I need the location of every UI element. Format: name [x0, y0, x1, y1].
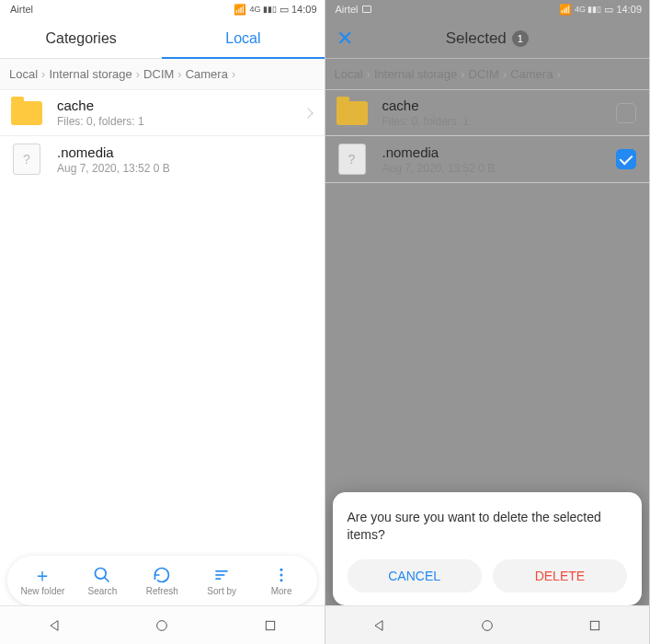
sort-button[interactable]: Sort by [192, 566, 252, 596]
tabs: Categories Local [0, 18, 325, 59]
svg-point-6 [280, 573, 283, 576]
list-item[interactable]: cache Files: 0, folders: 1 [325, 90, 650, 136]
android-navbar [325, 605, 650, 644]
chevron-right-icon: › [556, 67, 560, 81]
recents-icon[interactable] [263, 618, 278, 633]
list-item[interactable]: ? .nomedia Aug 7, 2020, 13:52 0 B [325, 136, 650, 183]
clock: 14:09 [616, 4, 642, 15]
home-icon[interactable] [154, 618, 169, 633]
folder-icon [11, 101, 42, 125]
crumb-camera[interactable]: Camera [186, 67, 228, 81]
refresh-icon [153, 566, 171, 584]
svg-point-9 [157, 620, 167, 630]
svg-marker-11 [375, 620, 382, 630]
checkbox-checked[interactable] [616, 149, 636, 169]
battery-icon: ▭ [279, 4, 289, 16]
chevron-right-icon [302, 108, 313, 118]
item-sub: Files: 0, folders: 1 [382, 115, 617, 128]
file-unknown-icon: ? [13, 144, 40, 175]
chevron-right-icon: › [367, 67, 371, 81]
sim-icon [362, 6, 371, 13]
android-navbar [0, 605, 325, 644]
crumb-local[interactable]: Local [9, 67, 38, 81]
plus-icon: ＋ [33, 566, 51, 584]
list-item[interactable]: cache Files: 0, folders: 1 [0, 90, 325, 136]
search-icon [93, 566, 111, 584]
signal-icon: 4G ▮▮▯ [249, 5, 277, 14]
screen-left: Airtel 📶 4G ▮▮▯ ▭ 14:09 Categories Local… [0, 0, 325, 644]
chevron-right-icon: › [136, 67, 140, 81]
tab-local[interactable]: Local [162, 18, 324, 58]
cancel-button[interactable]: CANCEL [348, 559, 482, 592]
selection-count-badge: 1 [512, 30, 529, 47]
item-name: .nomedia [382, 144, 617, 160]
screen-right: Airtel 📶 4G ▮▮▯ ▭ 14:09 ✕ Selected 1 Loc… [325, 0, 651, 644]
more-button[interactable]: More [252, 566, 312, 596]
svg-marker-8 [51, 620, 58, 630]
back-icon[interactable] [371, 618, 386, 633]
back-icon[interactable] [47, 618, 62, 633]
more-icon [272, 566, 291, 584]
breadcrumb: Local› Internal storage› DCIM› Camera› [0, 59, 325, 90]
item-sub: Aug 7, 2020, 13:52 0 B [57, 162, 312, 175]
svg-point-7 [280, 579, 283, 581]
dialog-message: Are you sure you want to delete the sele… [348, 509, 628, 545]
file-unknown-icon: ? [338, 144, 366, 175]
new-folder-button[interactable]: ＋ New folder [13, 566, 73, 596]
folder-icon [336, 101, 368, 125]
status-bar: Airtel 📶 4G ▮▮▯ ▭ 14:09 [325, 0, 650, 18]
crumb-internal[interactable]: Internal storage [49, 67, 131, 81]
selection-title: Selected [446, 29, 507, 48]
svg-point-12 [482, 620, 492, 630]
svg-line-1 [105, 577, 109, 581]
item-sub: Aug 7, 2020, 13:52 0 B [382, 162, 617, 175]
bottom-toolbar: ＋ New folder Search Refresh Sort by More [7, 556, 317, 605]
close-selection-button[interactable]: ✕ [336, 27, 359, 51]
home-icon[interactable] [480, 618, 495, 633]
crumb-dcim[interactable]: DCIM [469, 67, 499, 81]
list-item[interactable]: ? .nomedia Aug 7, 2020, 13:52 0 B [0, 136, 325, 182]
battery-icon: ▭ [604, 4, 613, 16]
sort-icon [212, 566, 231, 584]
crumb-local[interactable]: Local [335, 67, 363, 81]
chevron-right-icon: › [41, 67, 45, 81]
selection-header: ✕ Selected 1 [325, 18, 650, 59]
confirm-dialog: Are you sure you want to delete the sele… [333, 492, 643, 605]
svg-rect-13 [591, 621, 599, 629]
wifi-icon: 📶 [234, 4, 246, 16]
wifi-icon: 📶 [559, 4, 572, 16]
chevron-right-icon: › [177, 67, 181, 81]
clock: 14:09 [291, 4, 317, 15]
carrier-label: Airtel [10, 4, 33, 15]
tab-categories[interactable]: Categories [0, 18, 162, 58]
item-sub: Files: 0, folders: 1 [57, 115, 304, 128]
svg-point-5 [280, 568, 283, 570]
crumb-camera[interactable]: Camera [510, 67, 553, 81]
item-name: cache [382, 98, 617, 113]
crumb-dcim[interactable]: DCIM [143, 67, 174, 81]
svg-point-0 [96, 568, 107, 579]
item-name: .nomedia [57, 144, 312, 160]
recents-icon[interactable] [587, 618, 602, 633]
svg-rect-10 [266, 621, 274, 629]
checkbox[interactable] [616, 103, 636, 123]
carrier-label: Airtel [336, 4, 359, 15]
chevron-right-icon: › [232, 67, 235, 81]
item-name: cache [57, 98, 304, 113]
breadcrumb: Local› Internal storage› DCIM› Camera› [325, 59, 650, 90]
refresh-button[interactable]: Refresh [132, 566, 192, 596]
signal-icon: 4G ▮▮▯ [575, 5, 602, 14]
crumb-internal[interactable]: Internal storage [374, 67, 457, 81]
chevron-right-icon: › [461, 67, 464, 81]
chevron-right-icon: › [503, 67, 507, 81]
search-button[interactable]: Search [73, 566, 132, 596]
status-bar: Airtel 📶 4G ▮▮▯ ▭ 14:09 [0, 0, 325, 18]
delete-button[interactable]: DELETE [493, 559, 627, 592]
